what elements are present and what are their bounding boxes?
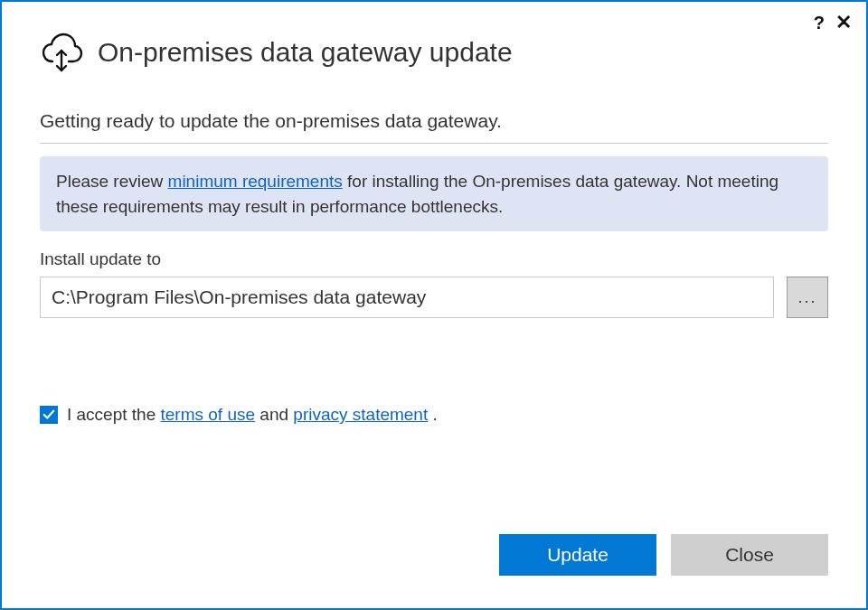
titlebar-controls: ? ✕: [814, 13, 852, 33]
close-button[interactable]: Close: [671, 534, 828, 576]
install-path-row: ...: [40, 277, 828, 318]
dialog-buttons: Update Close: [499, 534, 828, 576]
browse-button[interactable]: ...: [787, 277, 828, 318]
terms-of-use-link[interactable]: terms of use: [161, 405, 256, 424]
cloud-upload-icon: [40, 31, 83, 74]
accept-suffix: .: [428, 405, 438, 424]
page-title: On-premises data gateway update: [98, 37, 513, 68]
info-prefix: Please review: [56, 172, 168, 191]
accept-checkbox[interactable]: [40, 406, 58, 424]
requirements-info: Please review minimum requirements for i…: [40, 156, 828, 231]
update-button[interactable]: Update: [499, 534, 656, 576]
accept-prefix: I accept the: [67, 405, 161, 424]
accept-text: I accept the terms of use and privacy st…: [67, 405, 438, 425]
minimum-requirements-link[interactable]: minimum requirements: [168, 172, 343, 191]
install-path-label: Install update to: [40, 249, 828, 269]
install-path-input[interactable]: [40, 277, 774, 318]
subtitle: Getting ready to update the on-premises …: [40, 110, 828, 132]
close-icon[interactable]: ✕: [835, 13, 852, 33]
help-icon[interactable]: ?: [814, 14, 825, 32]
accept-middle: and: [255, 405, 293, 424]
privacy-statement-link[interactable]: privacy statement: [293, 405, 428, 424]
dialog-window: ? ✕ On-premises data gateway update Gett…: [0, 0, 868, 610]
divider: [40, 143, 828, 144]
header: On-premises data gateway update: [40, 31, 828, 74]
accept-terms-row: I accept the terms of use and privacy st…: [40, 405, 828, 425]
